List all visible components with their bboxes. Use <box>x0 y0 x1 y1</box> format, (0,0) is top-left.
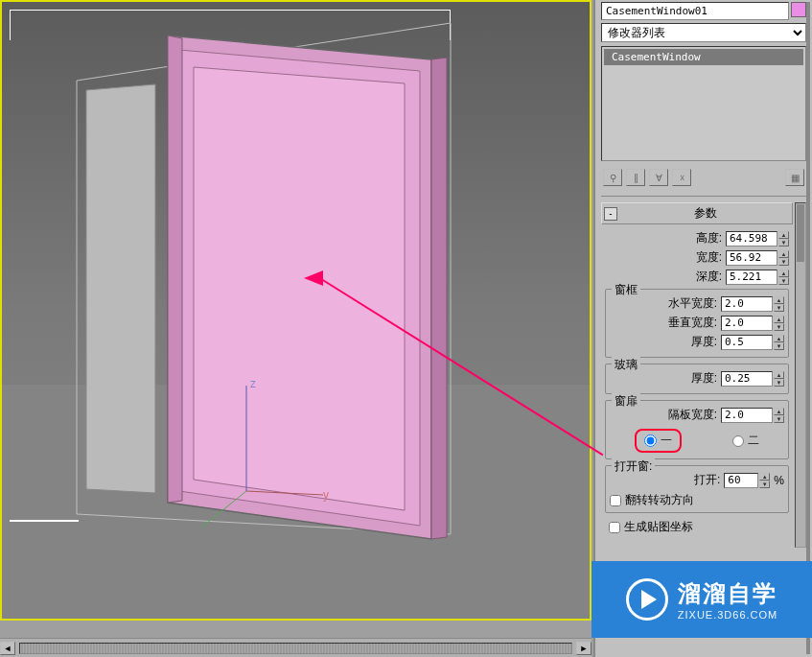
svg-text:y: y <box>323 488 329 502</box>
width-spin-up[interactable]: ▲ <box>778 250 789 258</box>
panel-spin-down[interactable]: ▼ <box>774 415 784 423</box>
timeline-track[interactable] <box>19 643 572 654</box>
rollout-scrollbar[interactable] <box>795 202 806 548</box>
rollout-header-params[interactable]: - 参数 <box>601 202 793 224</box>
radio-two-label: 二 <box>748 433 759 449</box>
frame-thick-input[interactable] <box>721 335 773 350</box>
vwidth-input[interactable] <box>721 316 773 331</box>
uvw-label: 生成贴图坐标 <box>624 519 693 535</box>
panel-width-label: 隔板宽度: <box>668 407 717 423</box>
glass-group: 玻璃 厚度: ▲▼ <box>605 364 789 394</box>
frame-group-label: 窗框 <box>612 282 640 298</box>
window-3d-mesh: z y <box>2 2 593 622</box>
frame-thick-spin-up[interactable]: ▲ <box>774 335 784 342</box>
rollout-toggle-icon[interactable]: - <box>604 207 617 221</box>
svg-marker-4 <box>194 67 405 510</box>
sash-group: 窗扉 隔板宽度: ▲▼ 一 二 <box>605 400 789 459</box>
vwidth-spin-down[interactable]: ▼ <box>774 323 784 331</box>
vwidth-label: 垂直宽度: <box>668 315 717 331</box>
show-end-result-icon[interactable]: ‖ <box>626 169 645 186</box>
uvw-checkbox[interactable] <box>609 522 620 533</box>
width-input[interactable] <box>726 250 777 266</box>
width-label: 宽度: <box>696 249 722 266</box>
width-spin-down[interactable]: ▼ <box>778 258 789 266</box>
height-spin-down[interactable]: ▼ <box>778 239 789 246</box>
stack-item-casementwindow[interactable]: CasementWindow <box>604 49 803 65</box>
radio-one-label: 一 <box>661 433 672 449</box>
object-name-field[interactable]: CasementWindow01 <box>601 2 789 20</box>
hwidth-input[interactable] <box>721 296 773 312</box>
height-spin-up[interactable]: ▲ <box>778 231 789 239</box>
watermark-url: ZIXUE.3D66.COM <box>678 609 777 621</box>
hwidth-label: 水平宽度: <box>668 295 717 312</box>
open-label: 打开: <box>694 472 720 488</box>
glass-thick-label: 厚度: <box>691 370 717 387</box>
stack-toolbar: ⚲ ‖ ∀ ☓ ▦ <box>601 165 806 197</box>
panel-spin-up[interactable]: ▲ <box>774 408 784 415</box>
depth-spin-down[interactable]: ▼ <box>778 277 789 285</box>
viewport-3d-scene: z y <box>2 2 590 619</box>
glass-thick-spin-down[interactable]: ▼ <box>774 379 784 387</box>
watermark-title: 溜溜自学 <box>678 578 777 609</box>
timeline-slider[interactable]: ◄ ► <box>0 638 592 657</box>
open-spin-down[interactable]: ▼ <box>759 481 770 488</box>
play-triangle-icon <box>641 590 657 609</box>
open-group-label: 打开窗: <box>612 458 655 475</box>
modifier-stack[interactable]: CasementWindow <box>601 46 806 161</box>
height-input[interactable] <box>726 231 777 246</box>
rollout-scroll-thumb[interactable] <box>797 204 804 262</box>
svg-marker-6 <box>431 58 447 539</box>
radio-one[interactable] <box>644 434 657 447</box>
depth-input[interactable] <box>726 270 777 285</box>
hwidth-spin-up[interactable]: ▲ <box>774 296 784 304</box>
panel-width-input[interactable] <box>721 408 773 423</box>
frame-thick-spin-down[interactable]: ▼ <box>774 342 784 350</box>
flip-label: 翻转转动方向 <box>625 492 694 508</box>
object-color-swatch[interactable] <box>791 2 806 17</box>
make-unique-icon[interactable]: ∀ <box>649 169 668 186</box>
open-input[interactable] <box>724 473 758 488</box>
rollout-title: 参数 <box>621 205 790 222</box>
sash-group-label: 窗扉 <box>612 393 640 410</box>
modify-panel: CasementWindow01 修改器列表 CasementWindow ⚲ … <box>593 0 812 657</box>
svg-marker-1 <box>86 84 155 493</box>
percent-symbol: % <box>774 474 784 487</box>
radio-one-highlighted: 一 <box>635 429 682 453</box>
vwidth-spin-up[interactable]: ▲ <box>774 316 784 323</box>
flip-checkbox[interactable] <box>610 495 621 506</box>
modifier-list-dropdown[interactable]: 修改器列表 <box>601 23 806 42</box>
hwidth-spin-down[interactable]: ▼ <box>774 304 784 312</box>
radio-two[interactable] <box>732 435 744 447</box>
play-icon <box>626 578 668 621</box>
panel-resize-handle[interactable] <box>806 2 810 654</box>
svg-text:z: z <box>250 377 256 390</box>
timeline-left-arrow[interactable]: ◄ <box>0 642 15 655</box>
glass-thick-input[interactable] <box>721 371 773 387</box>
glass-thick-spin-up[interactable]: ▲ <box>774 371 784 379</box>
watermark: 溜溜自学 ZIXUE.3D66.COM <box>592 561 812 638</box>
glass-group-label: 玻璃 <box>612 357 640 373</box>
pin-stack-icon[interactable]: ⚲ <box>603 169 622 186</box>
frame-group: 窗框 水平宽度: ▲▼ 垂直宽度: ▲▼ 厚度: <box>605 289 789 358</box>
viewport[interactable]: z y <box>0 0 592 621</box>
configure-sets-icon[interactable]: ▦ <box>785 169 804 186</box>
open-group: 打开窗: 打开: ▲▼ % 翻转转动方向 <box>605 465 789 513</box>
timeline-right-arrow[interactable]: ► <box>576 642 592 655</box>
depth-spin-up[interactable]: ▲ <box>778 270 789 277</box>
depth-label: 深度: <box>696 269 722 285</box>
frame-thick-label: 厚度: <box>691 334 717 350</box>
svg-marker-5 <box>168 35 182 503</box>
annotation-arrow-head <box>304 270 323 286</box>
height-label: 高度: <box>696 230 722 246</box>
rollout-container: - 参数 高度: ▲▼ 宽度: ▲▼ 深度: <box>601 202 806 548</box>
remove-modifier-icon[interactable]: ☓ <box>672 169 691 186</box>
open-spin-up[interactable]: ▲ <box>759 473 770 481</box>
rollout-body-params: 高度: ▲▼ 宽度: ▲▼ 深度: ▲▼ <box>601 228 793 543</box>
